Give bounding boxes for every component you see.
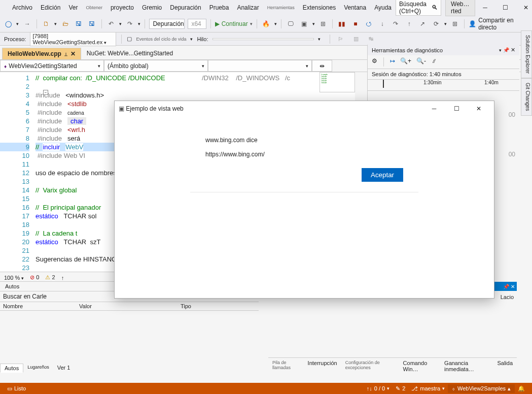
solution-explorer-tab[interactable]: Solution Explorer	[521, 30, 532, 78]
xaml-icon[interactable]: ⊞	[450, 18, 460, 29]
error-count[interactable]: ⊘ 0	[30, 274, 39, 281]
tool-icon-3[interactable]: ⊞	[318, 18, 328, 29]
pin-icon[interactable]: ⟂	[64, 51, 67, 57]
stop-icon[interactable]: ■	[350, 18, 361, 29]
flag-icon[interactable]: 🏳	[335, 34, 346, 45]
save-icon[interactable]: 🖫	[74, 18, 84, 29]
stack2-icon[interactable]: ↹	[366, 34, 377, 45]
close-tab-icon[interactable]: ✕	[70, 50, 76, 57]
tool-icon-2[interactable]: ▣	[299, 18, 309, 29]
tab-immediate[interactable]: Ganancia inmediata…	[440, 358, 493, 373]
zoom-in-icon[interactable]: 🔍+	[400, 57, 411, 67]
menu-help[interactable]: Ayuda	[370, 4, 396, 11]
pause-icon[interactable]: ▮▮	[337, 18, 347, 29]
menu-project[interactable]: proyecto	[107, 4, 138, 11]
menu-window[interactable]: Ventana	[340, 4, 370, 11]
thread-combo[interactable]	[212, 38, 314, 40]
nav-member[interactable]: ▾	[208, 60, 312, 72]
thread-label: Hilo:	[197, 36, 208, 42]
step-icon-b[interactable]: ⟳	[431, 18, 441, 29]
liveshare-icon[interactable]: 👤	[469, 20, 476, 27]
tab-locals[interactable]: Lugareños	[23, 364, 53, 373]
tab-autos[interactable]: Autos	[0, 364, 23, 373]
collapse-icon[interactable]: −	[43, 90, 48, 95]
nav-up-icon[interactable]: ↑	[61, 275, 64, 281]
maximize-button[interactable]: ☐	[495, 1, 516, 15]
col-name[interactable]: Nombre	[3, 303, 79, 309]
status-repo[interactable]: ⬨ WebView2Samples ▴	[448, 384, 515, 393]
nav-project[interactable]: ⬧ WebView2GettingStarted▾	[0, 60, 104, 72]
status-bell-icon[interactable]: 🔔	[515, 384, 528, 393]
menu-file[interactable]: Archivo	[8, 4, 37, 11]
diag-gear-icon[interactable]: ⚙	[372, 57, 377, 67]
git-changes-tab[interactable]: Git Changes	[521, 78, 532, 116]
menu-build[interactable]: Gremio	[138, 4, 166, 11]
menu-analyze[interactable]: Analizar	[233, 4, 263, 11]
new-icon[interactable]: 🗋	[41, 18, 51, 29]
step-into-icon[interactable]: ↓	[377, 18, 387, 29]
tab-command[interactable]: Comando Win…	[399, 358, 441, 373]
liveshare-label[interactable]: Compartir en directo	[478, 17, 529, 31]
status-changes[interactable]: ✎ 2	[393, 384, 408, 393]
save-all-icon[interactable]: 🖫	[87, 18, 97, 29]
tab-exceptions[interactable]: Configuración de excepciones	[341, 358, 399, 373]
col-value[interactable]: Valor	[79, 303, 181, 309]
dialog-min[interactable]: ─	[423, 102, 445, 116]
minimap[interactable]: // compile#include#include#include#inclu…	[320, 72, 355, 92]
status-updown[interactable]: ↑↓ 0 / 0 ▾	[364, 384, 393, 393]
main-toolbar: ◯▾ → 🗋▾ 🗁 🖫 🖫 ↶▾ ↷▾ Depuración x64 ▶Cont…	[0, 15, 532, 32]
step-over-icon[interactable]: ↷	[391, 18, 401, 29]
menu-get[interactable]: Obtener	[82, 5, 107, 10]
status-ready: Listo	[14, 385, 26, 391]
warning-count[interactable]: ⚠ 2	[45, 274, 55, 281]
tab-watch[interactable]: Ver 1	[53, 364, 75, 373]
open-icon[interactable]: 🗁	[60, 18, 70, 29]
menu-test[interactable]: Prueba	[205, 4, 233, 11]
zoom-combo[interactable]: 100 % ▾	[4, 275, 24, 281]
solution-name[interactable]: Web…rted	[445, 0, 475, 16]
menu-tools[interactable]: Herramientas	[263, 5, 299, 10]
alert-ok-button[interactable]: Aceptar	[362, 168, 403, 182]
status-branch[interactable]: ⎇ maestra ▾	[408, 384, 448, 393]
tab-nuget[interactable]: NuGet: WebVie...GettingStarted	[81, 47, 179, 59]
quick-search[interactable]: Búsqueda (Ctrl+Q) 🔍︎	[396, 0, 441, 16]
forward-icon[interactable]: →	[22, 18, 32, 29]
continue-button[interactable]: ▶Continuar▾	[215, 20, 253, 27]
dialog-close[interactable]: ✕	[468, 102, 490, 116]
process-combo[interactable]: [7988] WebView2GettingStarted.ex ▾	[30, 32, 116, 46]
diag-chart-icon[interactable]: ⫽	[431, 57, 437, 67]
pinned-tool-bar[interactable]: 📌 ✕	[491, 282, 517, 291]
close-button[interactable]: ✕	[516, 1, 532, 15]
tab-breakpoints[interactable]: Interrupción	[304, 358, 341, 373]
step-out-icon[interactable]: ↑	[404, 18, 414, 29]
tool-icon-1[interactable]: 🖵	[286, 18, 296, 29]
menu-debug[interactable]: Depuración	[166, 4, 205, 11]
diag-title: Herramientas de diagnóstico	[372, 47, 443, 53]
locals-search[interactable]: Buscar en Carle	[3, 293, 47, 300]
dialog-max[interactable]: ☐	[445, 102, 468, 116]
tab-output[interactable]: Salida	[493, 358, 517, 373]
nav-scope[interactable]: (Ámbito global)▾	[104, 60, 208, 72]
minimize-button[interactable]: ─	[475, 1, 495, 15]
menu-view[interactable]: Ver	[64, 4, 82, 11]
split-icon[interactable]: ⇹	[312, 60, 332, 72]
close-panel-icon[interactable]: ✕	[511, 47, 515, 53]
lifecycle-icon[interactable]: ▢	[127, 36, 132, 42]
platform-combo[interactable]: x64	[188, 19, 206, 29]
hot-reload-icon[interactable]: 🔥	[261, 18, 271, 29]
zoom-out-icon[interactable]: 🔍-	[416, 57, 426, 67]
redo-icon[interactable]: ↷	[125, 18, 135, 29]
back-icon[interactable]: ◯	[3, 18, 13, 29]
tab-callstack[interactable]: Pila de llamadas	[268, 358, 304, 373]
diag-stop-icon[interactable]: ↦	[390, 57, 395, 67]
col-type[interactable]: Tipo	[181, 303, 191, 309]
restart-icon[interactable]: ⭯	[364, 18, 374, 29]
undo-icon[interactable]: ↶	[106, 18, 116, 29]
config-combo[interactable]: Depuración	[149, 19, 185, 29]
stack-icon[interactable]: ▥	[350, 34, 362, 45]
menu-extensions[interactable]: Extensiones	[299, 4, 340, 11]
step-icon-a[interactable]: ↗	[417, 18, 428, 29]
menu-edit[interactable]: Edición	[37, 4, 64, 11]
tab-hellowebview[interactable]: HelloWebView.cpp⟂✕	[2, 48, 81, 59]
pin-icon[interactable]: 📌	[503, 47, 509, 53]
